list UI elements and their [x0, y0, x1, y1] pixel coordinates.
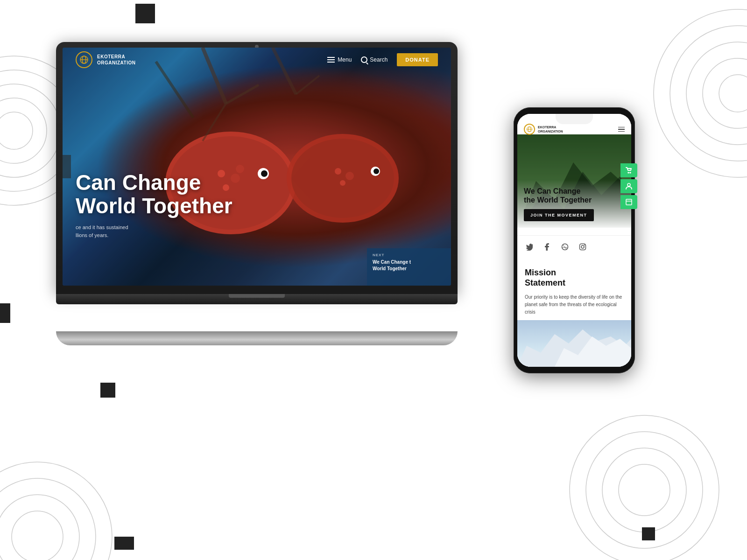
svg-point-3 [0, 98, 47, 163]
svg-point-26 [261, 170, 268, 177]
svg-point-59 [627, 183, 630, 186]
laptop-mockup: EKOTERRA ORGANIZATION Menu Search [56, 42, 467, 345]
decorative-square [0, 303, 10, 323]
svg-point-16 [602, 448, 686, 532]
svg-point-29 [335, 168, 341, 175]
phone-cart-button[interactable] [620, 163, 637, 177]
svg-point-9 [719, 75, 747, 112]
svg-point-15 [586, 432, 703, 548]
phone-logo-icon [524, 124, 535, 135]
next-label: NEXT [373, 253, 445, 257]
decorative-square [642, 527, 655, 540]
svg-point-17 [619, 464, 670, 516]
svg-point-8 [703, 58, 747, 128]
laptop-stand [56, 331, 458, 345]
decorative-square [135, 4, 155, 23]
next-slide-card[interactable]: NEXT We Can Change t World Together [367, 248, 451, 286]
svg-point-57 [628, 172, 629, 173]
laptop-nav: EKOTERRA ORGANIZATION Menu Search [63, 48, 451, 72]
svg-point-2 [0, 84, 61, 177]
phone-side-buttons [620, 163, 637, 209]
svg-point-53 [584, 245, 585, 245]
phone-hero-text: We Can Change the World Together JOIN TH… [517, 180, 631, 228]
search-label: Search [370, 56, 388, 63]
phone-bottom-image [517, 320, 631, 367]
hero-subtitle: ce and it has sustained llions of years. [76, 224, 188, 239]
phone-hero-section: We Can Change the World Together JOIN TH… [517, 134, 631, 228]
phone-mission-section: Mission Statement Our priority is to kee… [517, 259, 631, 325]
phone-mockup: EKOTERRA ORGANIZATION [514, 107, 635, 373]
svg-line-36 [226, 85, 259, 104]
facebook-icon[interactable] [543, 242, 552, 252]
laptop-logo: EKOTERRA ORGANIZATION [76, 51, 135, 68]
svg-point-11 [0, 478, 96, 560]
donate-button[interactable]: DONATE [397, 53, 438, 66]
twitter-icon[interactable] [525, 242, 534, 252]
phone-hamburger-icon[interactable] [618, 127, 625, 132]
laptop-logo-icon [76, 51, 92, 68]
decorative-square [100, 383, 115, 398]
dribbble-icon[interactable] [560, 242, 570, 252]
decorative-square [114, 537, 134, 550]
svg-point-6 [670, 26, 747, 161]
laptop-nav-right: Menu Search DONATE [327, 53, 438, 66]
svg-point-13 [12, 511, 63, 560]
phone-nav: EKOTERRA ORGANIZATION [517, 114, 631, 134]
svg-point-23 [236, 165, 244, 173]
instagram-icon[interactable] [578, 242, 587, 252]
laptop-hero-text: Can Change World Together ce and it has … [76, 171, 233, 239]
phone-body: EKOTERRA ORGANIZATION [514, 107, 635, 373]
svg-point-14 [570, 415, 719, 560]
svg-point-31 [340, 180, 345, 186]
phone-brand-name: EKOTERRA ORGANIZATION [538, 125, 563, 133]
svg-line-40 [296, 76, 319, 94]
laptop-hinge [229, 294, 285, 298]
hero-title: Can Change World Together [76, 171, 233, 218]
svg-point-7 [686, 42, 747, 145]
svg-rect-60 [626, 199, 632, 205]
join-movement-button[interactable]: JOIN THE MOVEMENT [524, 209, 594, 221]
svg-point-5 [654, 9, 747, 177]
search-icon [361, 56, 367, 63]
svg-point-4 [0, 112, 33, 149]
laptop-brand-name: EKOTERRA ORGANIZATION [97, 54, 135, 66]
hamburger-icon [327, 57, 335, 63]
svg-point-34 [374, 168, 379, 174]
laptop-base [56, 294, 458, 304]
laptop-display: EKOTERRA ORGANIZATION Menu Search [63, 48, 451, 286]
svg-point-12 [0, 495, 79, 560]
phone-social-bar [517, 235, 631, 258]
menu-label: Menu [338, 56, 352, 63]
svg-point-58 [630, 172, 631, 173]
svg-point-30 [345, 172, 354, 180]
laptop-screen-area: EKOTERRA ORGANIZATION Menu Search [56, 42, 458, 294]
phone-user-button[interactable] [620, 179, 637, 193]
svg-point-52 [581, 245, 584, 248]
scroll-indicator [63, 155, 71, 178]
mission-text: Our priority is to keep the diversity of… [525, 294, 624, 316]
phone-screen: EKOTERRA ORGANIZATION [517, 114, 631, 367]
phone-window-button[interactable] [620, 195, 637, 209]
next-slide-text: We Can Change t World Together [373, 259, 445, 272]
phone-logo: EKOTERRA ORGANIZATION [524, 124, 563, 135]
search-button[interactable]: Search [361, 56, 388, 63]
mission-title: Mission Statement [525, 268, 624, 288]
phone-hero-title: We Can Change the World Together [524, 187, 625, 204]
svg-point-10 [0, 462, 112, 560]
menu-button[interactable]: Menu [327, 56, 352, 63]
